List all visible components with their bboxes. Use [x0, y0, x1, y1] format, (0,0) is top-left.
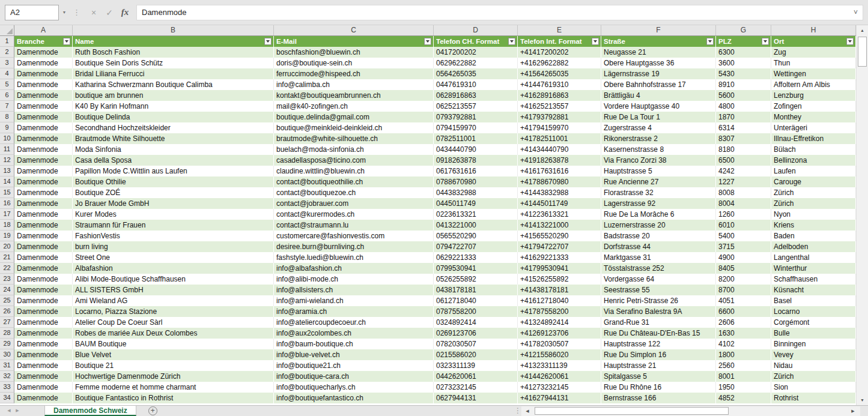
cell-F33[interactable]: Rue Du Rhône 16: [601, 382, 716, 393]
tab-nav-right-icon[interactable]: ▶: [13, 406, 22, 416]
cell-G7[interactable]: 4800: [716, 101, 771, 112]
row-header-29[interactable]: 29: [0, 339, 14, 349]
cell-B9[interactable]: Secondhand Hochzeitskleider: [73, 122, 274, 133]
cell-G32[interactable]: 8001: [716, 371, 771, 382]
cell-A30[interactable]: Damenmode: [14, 349, 73, 360]
cell-A17[interactable]: Damenmode: [14, 209, 73, 220]
cell-G10[interactable]: 8307: [716, 133, 771, 144]
scroll-right-icon[interactable]: ▶: [848, 406, 858, 416]
cell-E15[interactable]: +41443832988: [518, 187, 601, 198]
cell-G20[interactable]: 3715: [716, 241, 771, 252]
cell-F24[interactable]: Seestrasse 55: [601, 285, 716, 295]
cell-B16[interactable]: Jo Brauer Mode GmbH: [73, 198, 274, 209]
cell-A16[interactable]: Damenmode: [14, 198, 73, 209]
column-header-B[interactable]: B: [73, 25, 274, 35]
cell-C28[interactable]: info@aux2colombes.ch: [274, 328, 434, 339]
row-header-13[interactable]: 13: [0, 166, 14, 176]
cell-G34[interactable]: 4852: [716, 393, 771, 403]
cell-A20[interactable]: Damenmode: [14, 241, 73, 252]
cell-H27[interactable]: Corgémont: [771, 317, 856, 328]
cell-A9[interactable]: Damenmode: [14, 122, 73, 133]
cell-B15[interactable]: Boutique ZOÉ: [73, 187, 274, 198]
cell-G31[interactable]: 2560: [716, 360, 771, 371]
cell-A18[interactable]: Damenmode: [14, 220, 73, 231]
cell-E5[interactable]: +41447619310: [518, 79, 601, 90]
cell-F6[interactable]: Brättligäu 4: [601, 90, 716, 101]
cell-G9[interactable]: 6314: [716, 122, 771, 133]
cell-E17[interactable]: +41223613321: [518, 209, 601, 220]
row-header-14[interactable]: 14: [0, 176, 14, 187]
cell-A34[interactable]: Damenmode: [14, 393, 73, 403]
cell-D23[interactable]: 0526255892: [434, 274, 518, 285]
cell-F12[interactable]: Via Franco Zorzi 38: [601, 155, 716, 166]
cell-H23[interactable]: Schaffhausen: [771, 274, 856, 285]
row-header-19[interactable]: 19: [0, 231, 14, 241]
cell-D20[interactable]: 0794722707: [434, 241, 518, 252]
cell-F19[interactable]: Badstrasse 20: [601, 231, 716, 241]
cell-H13[interactable]: Laufen: [771, 166, 856, 176]
cell-G12[interactable]: 6500: [716, 155, 771, 166]
cell-B3[interactable]: Boutique Sein Doris Schütz: [73, 58, 274, 68]
cell-F17[interactable]: Rue De La Morâche 6: [601, 209, 716, 220]
cell-E20[interactable]: +41794722707: [518, 241, 601, 252]
cell-E14[interactable]: +41788670980: [518, 176, 601, 187]
cell-H30[interactable]: Vevey: [771, 349, 856, 360]
cell-F14[interactable]: Rue Ancienne 27: [601, 176, 716, 187]
cell-B33[interactable]: Femme moderne et homme charmant: [73, 382, 274, 393]
cell-D9[interactable]: 0794159970: [434, 122, 518, 133]
column-header-F[interactable]: F: [601, 25, 716, 35]
cell-H18[interactable]: Kriens: [771, 220, 856, 231]
cell-G19[interactable]: 5400: [716, 231, 771, 241]
cell-B2[interactable]: Ruth Bosch Fashion: [73, 47, 274, 58]
formula-bar-expand-icon[interactable]: ˅: [854, 9, 858, 16]
cell-F20[interactable]: Dorfstrasse 44: [601, 241, 716, 252]
cell-A7[interactable]: Damenmode: [14, 101, 73, 112]
cell-H25[interactable]: Basel: [771, 295, 856, 306]
cell-B12[interactable]: Casa della Sposa: [73, 155, 274, 166]
cell-C12[interactable]: casadellasposa@ticino.com: [274, 155, 434, 166]
column-header-C[interactable]: C: [274, 25, 434, 35]
row-header-9[interactable]: 9: [0, 122, 14, 133]
cell-F28[interactable]: Rue Du Château-D'En-Bas 15: [601, 328, 716, 339]
cell-H9[interactable]: Unterägeri: [771, 122, 856, 133]
cell-A28[interactable]: Damenmode: [14, 328, 73, 339]
cell-D7[interactable]: 0625213557: [434, 101, 518, 112]
row-header-20[interactable]: 20: [0, 241, 14, 252]
cell-D15[interactable]: 0443832988: [434, 187, 518, 198]
cell-H7[interactable]: Zofingen: [771, 101, 856, 112]
cell-B24[interactable]: ALL SISTERS GmbH: [73, 285, 274, 295]
cell-H22[interactable]: Winterthur: [771, 263, 856, 274]
filter-button-strasse[interactable]: [706, 38, 714, 45]
cell-B14[interactable]: Boutique Othilie: [73, 176, 274, 187]
cell-G22[interactable]: 8405: [716, 263, 771, 274]
cell-B27[interactable]: Atelier Coup De Coeur Sàrl: [73, 317, 274, 328]
cell-H21[interactable]: Langenthal: [771, 252, 856, 263]
cell-E9[interactable]: +41794159970: [518, 122, 601, 133]
cell-A23[interactable]: Damenmode: [14, 274, 73, 285]
cell-D6[interactable]: 0628916863: [434, 90, 518, 101]
row-header-11[interactable]: 11: [0, 144, 14, 155]
select-all-button[interactable]: [0, 25, 14, 35]
cell-A10[interactable]: Damenmode: [14, 133, 73, 144]
cell-G4[interactable]: 5430: [716, 68, 771, 79]
filter-button-name[interactable]: [264, 38, 272, 45]
cell-H16[interactable]: Zürich: [771, 198, 856, 209]
cell-G18[interactable]: 6010: [716, 220, 771, 231]
filter-button-plz[interactable]: [762, 38, 769, 45]
cell-H3[interactable]: Thun: [771, 58, 856, 68]
cell-D33[interactable]: 0273232145: [434, 382, 518, 393]
row-header-27[interactable]: 27: [0, 317, 14, 328]
filter-button-telefon-int-format[interactable]: [592, 38, 599, 45]
cell-C4[interactable]: ferruccimode@hispeed.ch: [274, 68, 434, 79]
column-header-G[interactable]: G: [716, 25, 771, 35]
row-header-12[interactable]: 12: [0, 155, 14, 166]
cell-B5[interactable]: Katharina Schwerzmann Boutique Calimba: [73, 79, 274, 90]
row-header-31[interactable]: 31: [0, 360, 14, 371]
cell-H14[interactable]: Carouge: [771, 176, 856, 187]
cell-B30[interactable]: Blue Velvet: [73, 349, 274, 360]
cell-A3[interactable]: Damenmode: [14, 58, 73, 68]
cell-E8[interactable]: +41793792881: [518, 112, 601, 122]
cell-H19[interactable]: Baden: [771, 231, 856, 241]
cell-G3[interactable]: 3600: [716, 58, 771, 68]
cell-A5[interactable]: Damenmode: [14, 79, 73, 90]
